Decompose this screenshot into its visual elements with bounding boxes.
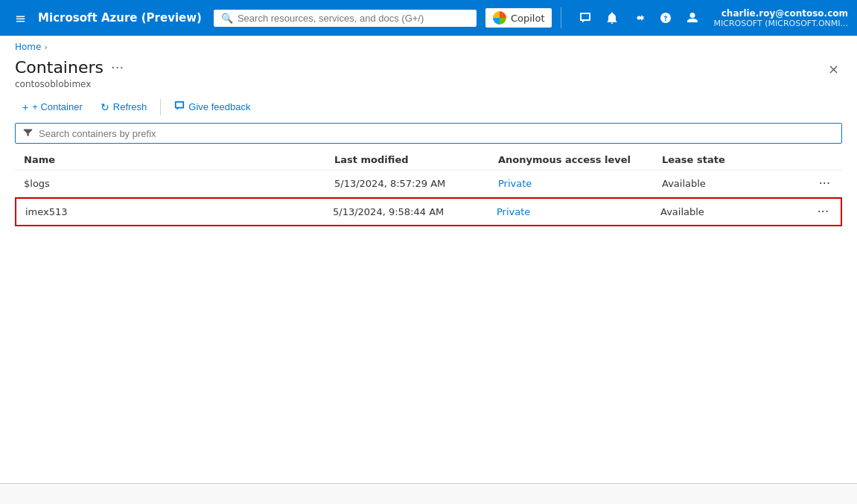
col-last-modified: Last modified — [334, 154, 498, 165]
search-input[interactable] — [39, 128, 834, 139]
feedback-icon — [174, 101, 185, 113]
breadcrumb: Home › — [0, 36, 857, 55]
help-icon-btn[interactable] — [654, 6, 678, 30]
row-access-level[interactable]: Private — [498, 178, 662, 189]
col-name: Name — [24, 154, 334, 165]
bottom-bar — [0, 483, 857, 504]
global-search-input[interactable] — [238, 13, 469, 24]
feedback-label: Give feedback — [188, 101, 250, 112]
feedback-button[interactable]: Give feedback — [167, 97, 258, 117]
nav-icons — [573, 6, 704, 30]
table-header: Name Last modified Anonymous access leve… — [15, 150, 842, 170]
user-tenant: MICROSOFT (MICROSOFT.ONMI... — [713, 19, 848, 28]
col-actions — [796, 154, 833, 165]
breadcrumb-home[interactable]: Home — [15, 42, 41, 52]
user-info[interactable]: charlie.roy@contoso.com MICROSOFT (MICRO… — [713, 8, 848, 28]
feedback-icon-btn[interactable] — [573, 6, 597, 30]
row-name: imex513 — [25, 206, 333, 217]
filter-icon — [23, 127, 33, 139]
close-button[interactable]: × — [825, 58, 842, 80]
global-search-box[interactable]: 🔍 — [214, 10, 477, 27]
col-lease-state: Lease state — [662, 154, 796, 165]
row-last-modified: 5/13/2024, 8:57:29 AM — [334, 178, 498, 189]
refresh-icon: ↻ — [101, 101, 109, 113]
add-icon: + — [22, 101, 28, 113]
refresh-label: Refresh — [113, 101, 147, 112]
copilot-icon — [493, 11, 506, 25]
page-header-left: Containers ··· contosoblobimex — [15, 58, 124, 89]
settings-icon-btn[interactable] — [627, 6, 651, 30]
account-icon-btn[interactable] — [681, 6, 704, 30]
row-last-modified: 5/13/2024, 9:58:44 AM — [333, 206, 497, 217]
breadcrumb-separator: › — [44, 42, 47, 52]
add-container-label: + Container — [32, 101, 83, 112]
copilot-button[interactable]: Copilot — [485, 8, 552, 28]
table-container: Name Last modified Anonymous access leve… — [15, 150, 842, 226]
search-container — [15, 123, 842, 144]
hamburger-icon[interactable]: ≡ — [9, 7, 32, 29]
user-email: charlie.roy@contoso.com — [721, 8, 848, 19]
page-title-menu-icon[interactable]: ··· — [111, 61, 124, 74]
page-title-row: Containers ··· — [15, 58, 124, 77]
row-lease-state: Available — [660, 206, 794, 217]
app-title: Microsoft Azure (Preview) — [38, 11, 202, 25]
table-row[interactable]: imex513 5/13/2024, 9:58:44 AM Private Av… — [15, 197, 842, 226]
toolbar-divider — [160, 99, 161, 115]
row-access-level[interactable]: Private — [497, 206, 660, 217]
page-title: Containers — [15, 58, 103, 77]
row-name: $logs — [24, 178, 334, 189]
col-access-level: Anonymous access level — [498, 154, 662, 165]
row-more-icon[interactable]: ··· — [796, 176, 833, 191]
toolbar: + + Container ↻ Refresh Give feedback — [15, 97, 842, 117]
page-header: Containers ··· contosoblobimex × — [15, 58, 842, 89]
top-navbar: ≡ Microsoft Azure (Preview) 🔍 Copilot ch… — [0, 0, 857, 36]
page-content: Containers ··· contosoblobimex × + + Con… — [0, 58, 857, 226]
refresh-button[interactable]: ↻ Refresh — [93, 98, 155, 117]
page-subtitle: contosoblobimex — [15, 79, 124, 89]
notifications-icon-btn[interactable] — [600, 6, 624, 30]
add-container-button[interactable]: + + Container — [15, 98, 90, 117]
table-row[interactable]: $logs 5/13/2024, 8:57:29 AM Private Avai… — [15, 170, 842, 197]
search-icon: 🔍 — [221, 13, 233, 24]
row-more-icon[interactable]: ··· — [794, 205, 832, 219]
copilot-label: Copilot — [511, 13, 545, 24]
row-lease-state: Available — [662, 178, 796, 189]
nav-divider — [561, 7, 561, 28]
